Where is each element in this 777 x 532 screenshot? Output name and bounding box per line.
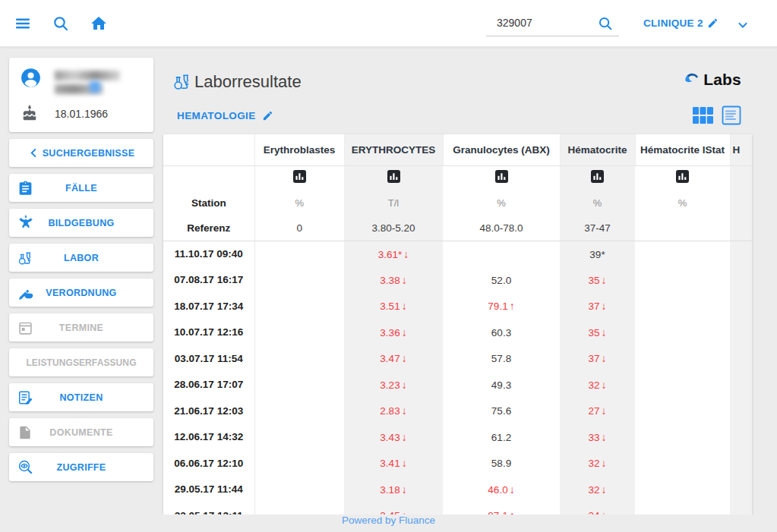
column-header[interactable]: Granulocytes (ABX) [443,134,560,165]
reference-range-cell [635,216,730,241]
sidebar-item-faelle[interactable]: FÄLLE [9,174,153,202]
chevron-down-icon[interactable] [735,17,750,36]
hamburger-menu-icon[interactable] [14,14,32,36]
result-cell [254,450,344,477]
edit-clinic-pencil-icon [707,17,719,29]
result-cell [635,477,730,503]
list-view-icon[interactable] [722,105,741,125]
document-icon [17,425,33,440]
table-row: 11.10.17 09:403.61*↓39* [163,241,752,267]
sidebar-item-notizen[interactable]: NOTIZEN [9,383,153,411]
fluance-logo-icon [683,71,700,89]
chart-icon-cell [635,165,730,190]
result-cell [254,241,344,267]
home-icon[interactable] [90,14,108,36]
row-date: 29.05.17 11:44 [163,477,254,503]
trend-arrow-icon: ↓ [402,457,407,469]
station-label: Station [163,190,254,216]
result-cell [635,450,730,477]
result-cell: 57.8 [443,345,560,372]
result-cell [635,398,730,424]
back-to-search-results-button[interactable]: SUCHERGEBNISSE [9,139,153,167]
chart-icon[interactable] [591,170,604,183]
row-date: 21.06.17 12:03 [163,398,254,424]
chart-icon-cell [560,165,635,190]
result-cell [730,398,752,424]
station-row: Station%T/l%%% [163,190,752,216]
result-cell: 3.43↓ [344,424,443,451]
trend-arrow-icon: ↓ [602,457,607,469]
column-header[interactable]: Erythroblastes [254,134,344,165]
chart-icon[interactable] [676,170,689,183]
column-header[interactable]: Hématocrite [560,134,635,165]
column-header-row: ErythroblastesERYTHROCYTESGranulocytes (… [163,134,752,165]
trend-arrow-icon: ↓ [402,300,407,312]
table-row: 12.06.17 14:323.43↓61.233↓ [163,424,752,451]
trend-arrow-icon: ↓ [510,483,515,496]
sidebar-item-bildgebung[interactable]: BILDGEBUNG [9,209,153,237]
chart-icon[interactable] [495,170,508,183]
result-cell [635,267,730,294]
table-row: 21.06.17 12:032.83↓75.627↓ [163,398,752,424]
trend-arrow-icon: ↓ [602,405,607,417]
chart-icon-row [163,165,752,190]
chart-icon[interactable] [387,170,400,183]
patient-card[interactable]: 18.01.1966 [9,58,153,132]
result-cell [730,450,752,477]
table-row: 10.07.17 12:163.36↓60.335↓ [163,320,752,346]
result-cell [254,424,344,451]
result-cell: 35↓ [560,267,635,294]
result-cell: 75.6 [443,398,560,424]
clinic-selector[interactable]: CLINIQUE 2 [643,17,719,29]
result-cell: 61.2 [443,424,560,451]
result-cell: 3.61*↓ [344,241,443,267]
result-cell [730,241,752,267]
result-cell [443,241,560,267]
result-cell [635,320,730,346]
result-cell: 2.83↓ [344,398,443,424]
result-cell [254,293,344,320]
row-date: 10.07.17 12:16 [163,320,254,346]
table-row: 07.08.17 16:173.38↓52.035↓ [163,267,752,294]
result-cell: 27↓ [560,398,635,424]
result-cell [254,477,344,503]
table-corner-cell [163,134,254,165]
sidebar-item-zugriffe[interactable]: ZUGRIFFE [9,453,153,481]
referenz-row: Referenz03.80-5.2048.0-78.037-47 [163,216,752,241]
result-cell: 49.3 [443,372,560,398]
result-cell [730,345,752,372]
result-cell [254,345,344,372]
column-header[interactable]: ERYTHROCYTES [344,134,443,165]
chart-icon[interactable] [293,170,306,183]
main-content: Laborresultate Labs HEMATOLOGIE Erythrob… [163,47,752,532]
result-cell [635,424,730,451]
result-cell: 60.3 [443,320,560,346]
category-selector[interactable]: HEMATOLOGIE [177,110,273,121]
clinic-label: CLINIQUE 2 [643,17,703,29]
trend-arrow-icon: ↓ [602,431,607,443]
trend-arrow-icon: ↓ [403,248,409,260]
column-header[interactable]: Hématocrite IStat [635,134,730,165]
submit-search-icon[interactable] [597,15,614,35]
search-icon[interactable] [52,14,70,36]
sidebar-item-labor[interactable]: LABOR [9,244,153,272]
result-cell: 79.1↑ [443,293,560,320]
lab-results-table: ErythroblastesERYTHROCYTESGranulocytes (… [163,134,752,529]
trend-arrow-icon: ↓ [402,483,407,496]
trend-arrow-icon: ↓ [602,300,607,312]
result-cell [730,372,752,398]
edit-category-pencil-icon [262,110,273,121]
result-cell [635,293,730,320]
powered-by-label: Powered by Fluance [342,515,435,526]
result-cell [730,293,752,320]
row-date: 06.06.17 12:10 [163,450,254,477]
grid-view-icon[interactable] [693,107,713,124]
chart-icon-cell [730,165,752,190]
sidebar-item-leistungserfassung: LEISTUNGSERFASSUNG [9,348,153,376]
lab-results-table-card: ErythroblastesERYTHROCYTESGranulocytes (… [163,134,752,532]
sidebar-item-verordnung[interactable]: VERORDNUNG [9,279,153,307]
column-header[interactable]: H [730,134,752,165]
clipboard-icon [17,180,33,196]
trend-arrow-icon: ↓ [402,431,407,443]
labs-brand: Labs [683,71,741,89]
